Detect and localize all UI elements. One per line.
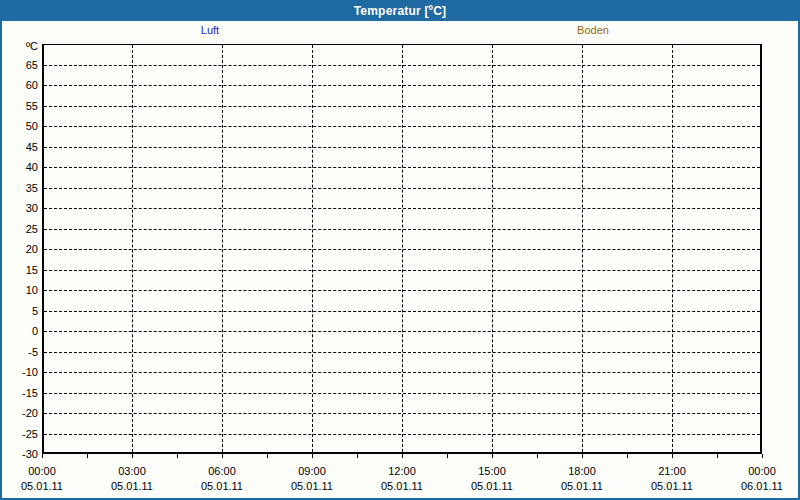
x-gridline <box>132 45 133 452</box>
x-axis-minor-tick <box>42 454 43 458</box>
x-tick-date: 05.01.11 <box>370 479 434 494</box>
legend-item-boden: Boden <box>577 24 609 36</box>
x-tick-label: 15:0005.01.11 <box>460 460 524 494</box>
x-tick-date: 05.01.11 <box>460 479 524 494</box>
x-gridline <box>222 45 223 452</box>
x-tick-label: 06:0005.01.11 <box>190 460 254 494</box>
x-axis-minor-tick <box>447 454 448 458</box>
y-tick-label: -15 <box>8 386 38 400</box>
x-gridline <box>492 45 493 452</box>
x-tick-date: 05.01.11 <box>100 479 164 494</box>
x-gridline <box>402 45 403 452</box>
x-axis-minor-tick <box>402 454 403 458</box>
x-axis-minor-tick <box>492 454 493 458</box>
x-axis-minor-tick <box>132 454 133 458</box>
y-tick-label: 15 <box>8 263 38 277</box>
x-tick-label: 03:0005.01.11 <box>100 460 164 494</box>
x-tick-label: 00:0006.01.11 <box>730 460 794 494</box>
x-tick-date: 05.01.11 <box>280 479 344 494</box>
x-tick-time: 00:00 <box>730 464 794 479</box>
y-tick-label: 45 <box>8 140 38 154</box>
x-tick-date: 05.01.11 <box>640 479 704 494</box>
x-tick-time: 12:00 <box>370 464 434 479</box>
y-tick-label: 5 <box>8 304 38 318</box>
x-axis-minor-tick <box>537 454 538 458</box>
x-tick-label: 18:0005.01.11 <box>550 460 614 494</box>
x-axis-minor-tick <box>177 454 178 458</box>
x-axis-minor-tick <box>87 454 88 458</box>
y-tick-label: 10 <box>8 283 38 297</box>
window-title: Temperatur [ºC] <box>354 4 447 18</box>
y-tick-label: 25 <box>8 222 38 236</box>
x-tick-time: 21:00 <box>640 464 704 479</box>
x-tick-time: 15:00 <box>460 464 524 479</box>
legend-item-luft: Luft <box>201 24 219 36</box>
x-tick-label: 00:0005.01.11 <box>10 460 74 494</box>
x-tick-date: 06.01.11 <box>730 479 794 494</box>
x-gridline <box>582 45 583 452</box>
y-tick-label: 55 <box>8 99 38 113</box>
title-bar: Temperatur [ºC] <box>2 2 798 21</box>
x-tick-date: 05.01.11 <box>550 479 614 494</box>
y-tick-label: 30 <box>8 201 38 215</box>
x-tick-time: 09:00 <box>280 464 344 479</box>
x-tick-label: 12:0005.01.11 <box>370 460 434 494</box>
x-tick-label: 09:0005.01.11 <box>280 460 344 494</box>
y-tick-label: -5 <box>8 345 38 359</box>
x-axis-minor-tick <box>267 454 268 458</box>
y-tick-label: -20 <box>8 406 38 420</box>
x-axis-minor-tick <box>357 454 358 458</box>
x-axis-minor-tick <box>717 454 718 458</box>
x-tick-time: 00:00 <box>10 464 74 479</box>
chart-window: Temperatur [ºC] Luft Boden 6560555045403… <box>0 0 800 500</box>
x-axis-minor-tick <box>762 454 763 458</box>
x-tick-label: 21:0005.01.11 <box>640 460 704 494</box>
x-axis-minor-tick <box>222 454 223 458</box>
x-gridline <box>312 45 313 452</box>
y-tick-label: -25 <box>8 427 38 441</box>
x-axis-minor-tick <box>672 454 673 458</box>
x-axis-minor-tick <box>627 454 628 458</box>
x-axis-minor-tick <box>312 454 313 458</box>
x-axis-minor-tick <box>582 454 583 458</box>
x-tick-date: 05.01.11 <box>190 479 254 494</box>
y-axis-unit-label: ºC <box>8 39 38 53</box>
y-tick-label: 0 <box>8 324 38 338</box>
y-tick-label: 35 <box>8 181 38 195</box>
y-tick-label: -30 <box>8 447 38 461</box>
y-tick-label: 20 <box>8 242 38 256</box>
y-tick-label: 60 <box>8 78 38 92</box>
x-tick-date: 05.01.11 <box>10 479 74 494</box>
x-tick-time: 18:00 <box>550 464 614 479</box>
x-tick-time: 03:00 <box>100 464 164 479</box>
x-gridline <box>672 45 673 452</box>
y-tick-label: 50 <box>8 119 38 133</box>
x-tick-time: 06:00 <box>190 464 254 479</box>
y-tick-label: 40 <box>8 160 38 174</box>
y-tick-label: 65 <box>8 58 38 72</box>
y-tick-label: -10 <box>8 365 38 379</box>
